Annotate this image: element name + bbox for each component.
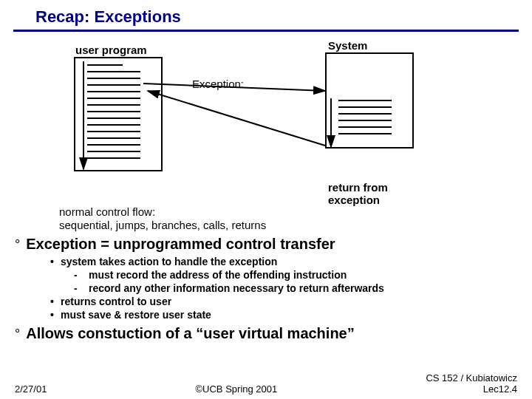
svg-line-3 bbox=[148, 91, 325, 146]
footer-center: ©UCB Spring 2001 bbox=[196, 383, 278, 395]
svg-line-1 bbox=[143, 83, 325, 91]
bullet-list: ° Exception = unprogrammed control trans… bbox=[15, 236, 517, 342]
footer-lec: Lec12.4 bbox=[426, 383, 517, 395]
slide-title: Recap: Exceptions bbox=[13, 0, 519, 32]
arrows-svg bbox=[0, 39, 532, 231]
sub-c: must save & restore user state bbox=[50, 309, 517, 321]
normal-flow-line1: normal control flow: bbox=[59, 205, 266, 219]
sub-a2: record any other information necessary t… bbox=[74, 282, 517, 294]
diagram-area: user program Exception: System Exception… bbox=[0, 39, 532, 209]
bullet-2: ° Allows constuction of a “user virtual … bbox=[15, 325, 517, 342]
normal-flow-line2: sequential, jumps, branches, calls, retu… bbox=[59, 219, 266, 232]
degree-icon: ° bbox=[15, 237, 20, 253]
normal-flow-caption: normal control flow: sequential, jumps, … bbox=[59, 205, 266, 232]
dash-points: must record the address of the offending… bbox=[74, 269, 517, 294]
footer: 2/27/01 ©UCB Spring 2001 CS 152 / Kubiat… bbox=[0, 372, 532, 395]
bullet-2-text: Allows constuction of a “user virtual ma… bbox=[26, 325, 355, 342]
sub-b: returns control to user bbox=[50, 296, 517, 307]
degree-icon: ° bbox=[15, 327, 20, 342]
sub-a1: must record the address of the offending… bbox=[74, 269, 517, 281]
subpoints-2: returns control to user must save & rest… bbox=[50, 296, 517, 321]
bullet-1: ° Exception = unprogrammed control trans… bbox=[15, 236, 517, 253]
footer-course: CS 152 / Kubiatowicz bbox=[426, 372, 517, 383]
bullet-1-text: Exception = unprogrammed control transfe… bbox=[26, 236, 335, 253]
footer-right: CS 152 / Kubiatowicz Lec12.4 bbox=[426, 372, 517, 395]
subpoints: system takes action to handle the except… bbox=[50, 256, 517, 267]
footer-date: 2/27/01 bbox=[15, 383, 47, 395]
sub-a: system takes action to handle the except… bbox=[50, 256, 517, 267]
